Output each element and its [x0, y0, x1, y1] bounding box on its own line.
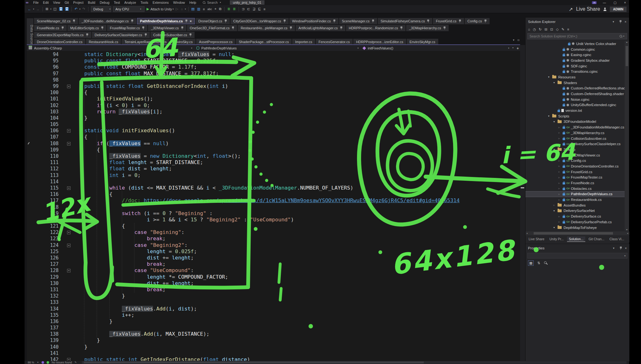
tab-WindowPositionFinder.cs[interactable]: WindowPositionFinder.cs [289, 18, 338, 24]
project-dropdown[interactable]: Assembly-CSharp ▾ [27, 45, 195, 51]
refresh-icon[interactable]: ↻ [539, 27, 542, 31]
code-line-96[interactable]: 96 const float COMPOUND_FACTOR = 1.17f; [27, 64, 520, 70]
tab-DroneObject.cs[interactable]: DroneObject.cs [196, 18, 230, 24]
pin-icon[interactable] [101, 26, 104, 30]
tree-item-Transitions.cginc[interactable]: Transitions.cginc [525, 69, 625, 74]
tab-ShaderPackage...stProcessor.cs[interactable]: ShaderPackage...stProcessor.cs [236, 39, 292, 45]
tab-DroneOrientationController.cs[interactable]: DroneOrientationController.cs [34, 39, 85, 45]
expander-expanded-icon[interactable]: ▾ [553, 226, 558, 229]
close-icon[interactable]: × [190, 19, 192, 23]
tab-_3DMapViewer.cs[interactable]: _3DMapViewer.cs [148, 25, 186, 31]
code-line-102[interactable]: 102 if (i < 0) i = 0; [27, 102, 520, 109]
health-indicator-icon[interactable] [47, 361, 49, 364]
code-line-117[interactable]: 117 //doc: https://docs.google.com/sprea… [27, 197, 520, 204]
code-line-107[interactable]: 107 { [27, 134, 520, 140]
tab-HDRPPostproce...izerEditor.cs[interactable]: HDRPPostproce...izerEditor.cs [353, 39, 406, 45]
chevron-down-icon[interactable]: ▾ [37, 361, 39, 364]
code-line-115[interactable]: 115 while (dist <= MAX_DISTANCE && i < _… [27, 185, 520, 191]
health-message[interactable]: No issues found [52, 361, 72, 364]
close-icon[interactable]: × [625, 20, 627, 24]
tab-FencesGenerator.cs[interactable]: FencesGenerator.cs [316, 39, 353, 45]
pin-icon[interactable] [484, 20, 487, 23]
tree-item-DeliverySurfacePrefab.cs[interactable]: ▹C#DeliverySurfacePrefab.cs [525, 219, 625, 225]
menu-edit[interactable]: Edit [41, 1, 51, 4]
pin-icon[interactable] [283, 20, 286, 23]
more-options-icon[interactable]: ≡ [262, 7, 267, 11]
chevron-down-icon[interactable]: ▾ [32, 8, 35, 10]
undo-icon[interactable]: ↶ [73, 7, 79, 11]
splitter-icon[interactable]: ◈ [517, 47, 519, 50]
pin-icon[interactable] [340, 26, 343, 30]
code-line-98[interactable]: 98 [27, 77, 520, 83]
expander-collapsed-icon[interactable]: ▹ [559, 176, 563, 179]
code-line-119[interactable]: 119 switch (i == 0 ? "Begining" : [27, 210, 520, 217]
collapse-icon[interactable] [67, 269, 71, 272]
new-project-icon[interactable]: ⊞ [44, 7, 50, 11]
code-line-101[interactable]: 101 initFixedValues(); [27, 96, 520, 102]
pin-icon[interactable] [620, 247, 622, 250]
scroll-up-icon[interactable]: ▲ [626, 41, 628, 43]
tree-item-PathfinderDepthValues.cs[interactable]: ▹C#PathfinderDepthValues.cs [525, 191, 625, 197]
pin-icon[interactable] [372, 20, 374, 23]
sync-with-active-icon[interactable]: ⊡ [550, 27, 553, 31]
platform-dropdown[interactable]: Any CPU ▾ [113, 6, 145, 12]
code-line-125[interactable]: 125 lenght = 0.025f; [27, 248, 520, 255]
show-all-files-icon[interactable]: ≡ [567, 27, 569, 31]
tab-FruxelNode.cs[interactable]: FruxelNode.cs [34, 25, 67, 31]
code-line-122[interactable]: 122 case "Begining": [27, 229, 520, 236]
code-line-95[interactable]: 95 public const float START_DISTANCE = 0… [27, 58, 520, 64]
code-line-110[interactable]: 110 _fixValues = new Dictionary<int, flo… [27, 153, 520, 159]
find-in-files-icon[interactable]: ▤ [190, 7, 196, 11]
code-line-103[interactable]: 103 return _fixValues[i]; [27, 109, 520, 115]
code-line-112[interactable]: 112 float dist = lenght; [27, 166, 520, 172]
menu-file[interactable]: File [31, 1, 41, 4]
navigate-to-icon[interactable]: ▥ [196, 7, 201, 11]
chevron-down-icon[interactable]: ▾ [613, 247, 615, 250]
expander-expanded-icon[interactable]: ▾ [553, 209, 558, 212]
scroll-right-icon[interactable]: ▸ [627, 232, 628, 235]
pin-icon[interactable] [232, 26, 234, 30]
tree-item-Noise.cginc[interactable]: Noise.cginc [525, 97, 625, 102]
live-share-label[interactable]: Live Share [576, 6, 600, 12]
close-icon[interactable]: × [625, 246, 627, 250]
type-dropdown[interactable]: PathfinderDepthValues ▾ [195, 45, 361, 51]
save-icon[interactable] [59, 7, 63, 11]
code-area[interactable]: 94 static Dictionary<int, float> _fixVal… [27, 51, 520, 361]
code-line-106[interactable]: 106 static void initFixedValues() [27, 128, 520, 134]
bookmark-prev-icon[interactable]: ⊏ [246, 7, 251, 11]
menu-help[interactable]: Help [187, 1, 198, 4]
alphabetical-icon[interactable]: ⇅ [536, 261, 541, 265]
code-line-138[interactable]: 138 _fixValues.Add(i, MAX_DISTANCE); [27, 331, 520, 337]
tree-item-3DFoundationModel[interactable]: ▾3DFoundationModel [525, 119, 625, 125]
solution-search-box[interactable]: Search Solution Explorer (Ctrl+;) ▾ [527, 33, 627, 39]
tree-item-DroneOrientationController.cs[interactable]: ▹C#DroneOrientationController.cs [525, 163, 625, 169]
pin-icon[interactable] [290, 26, 292, 30]
tab-FruxelGrid.cs[interactable]: FruxelGrid.cs [433, 18, 464, 24]
pin-icon[interactable] [185, 20, 188, 23]
account-icon[interactable] [603, 8, 607, 11]
bookmark-next-icon[interactable]: ⊒ [251, 7, 257, 11]
tree-item-_3DFoundationModelManager.cs[interactable]: ▹C#_3DFoundationModelManager.cs [525, 124, 625, 130]
code-line-132[interactable]: 132 } [27, 293, 520, 299]
hot-reload-icon[interactable]: ○ [179, 7, 184, 11]
code-line-114[interactable]: 114 [27, 179, 520, 185]
pending-changes-icon[interactable]: ◷ [533, 27, 536, 31]
collapse-icon[interactable] [67, 186, 71, 190]
expander-collapsed-icon[interactable]: ▹ [559, 220, 563, 223]
tree-item-CollisionSubscriber.cs[interactable]: ▹C#CollisionSubscriber.cs [525, 136, 625, 141]
start-debug-icon[interactable]: ▶ [145, 7, 150, 11]
panel-tab-Class Vi...[interactable]: Class Vi... [608, 236, 626, 242]
tree-item-Shaders[interactable]: ▾Shaders [525, 80, 625, 86]
tab-Config.cs[interactable]: Config.cs [465, 18, 490, 24]
tab-MyEditorScripts.cs[interactable]: MyEditorScripts.cs [67, 25, 106, 31]
panel-tab-Git Chan...[interactable]: Git Chan... [587, 236, 606, 242]
expander-collapsed-icon[interactable]: ▹ [559, 165, 563, 168]
tree-item-SDF.cginc[interactable]: SDF.cginc [525, 63, 625, 69]
expander-collapsed-icon[interactable]: ▹ [559, 215, 563, 218]
scrollbar-thumb[interactable] [84, 361, 424, 363]
tab-OneSec3D_FileFormat.cs[interactable]: OneSec3D_FileFormat.cs [187, 25, 237, 31]
extension-status-icon[interactable] [42, 361, 44, 364]
code-line-134[interactable]: 134 _fixValues.Add(i, dist); [27, 306, 520, 312]
expander-collapsed-icon[interactable]: ▹ [559, 143, 563, 145]
scroll-down-icon[interactable]: ▼ [625, 229, 629, 231]
